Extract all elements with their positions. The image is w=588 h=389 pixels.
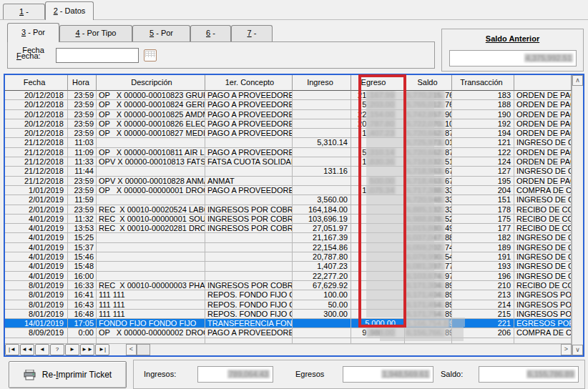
cell-concepto[interactable]: PAGO A PROVEEDORES <box>205 100 293 109</box>
cell-descripcion[interactable]: OP X 00000-00000001 DROG <box>97 186 205 195</box>
cell-concepto[interactable]: INGRESOS POR COBRANZAS <box>205 205 293 215</box>
cell-fecha[interactable]: 21/12/2018 <box>5 138 68 147</box>
cell-hora[interactable]: 11:59 <box>68 195 97 205</box>
hscroll-track[interactable] <box>150 344 561 355</box>
table-row[interactable]: 2/01/201911:593,560.005,720,948.33151ING… <box>5 195 572 205</box>
table-row[interactable]: 20/12/201823:59OP X 00000-00010825 AMDMP… <box>5 110 572 119</box>
cell-fecha[interactable]: 21/12/2018 <box>5 148 68 157</box>
cell-tipo[interactable]: INGRESO DE CI <box>514 138 572 147</box>
col-header-transaccion[interactable]: Transacción <box>452 75 514 91</box>
cell-tipo[interactable]: ORDEN DE PAG <box>514 157 572 167</box>
cell-transaccion[interactable]: 213 <box>452 290 514 300</box>
cell-descripcion[interactable]: REC X 00010-00020281 DROG <box>97 224 205 233</box>
cell-hora[interactable]: 23:59 <box>68 91 97 100</box>
cell-hora[interactable]: 11:32 <box>68 215 97 224</box>
cell-fecha[interactable]: 20/12/2018 <box>5 110 68 119</box>
col-header-ingreso[interactable]: Ingreso <box>293 75 351 91</box>
cell-concepto[interactable]: PAGO A PROVEEDORES <box>205 91 293 100</box>
cell-hora[interactable]: 15:46 <box>68 252 97 262</box>
cell-ingreso[interactable] <box>293 148 351 157</box>
cell-ingreso[interactable]: 67,629.92 <box>293 281 351 290</box>
cell-tipo[interactable]: INGRESOS POR <box>514 290 572 300</box>
cell-concepto[interactable] <box>205 138 293 147</box>
cell-ingreso[interactable]: 164,184.00 <box>293 205 351 215</box>
vertical-scrollbar[interactable]: ∧ ∨ <box>572 75 583 355</box>
cell-tipo[interactable]: INGRESO DE CI <box>514 272 572 281</box>
col-header-concepto[interactable]: 1er. Concepto <box>205 75 293 91</box>
hscroll-thumb[interactable] <box>137 344 150 355</box>
cell-concepto[interactable] <box>205 233 293 242</box>
table-row[interactable]: 2/01/201923:59REC X 00010-00020524 LABOI… <box>5 205 572 215</box>
cell-descripcion[interactable] <box>97 167 205 176</box>
cell-tipo[interactable]: INGRESO DE CI <box>514 195 572 205</box>
cell-transaccion[interactable]: 195 <box>452 177 514 186</box>
cell-tipo[interactable]: RECIBO DE COB <box>514 205 572 215</box>
cell-concepto[interactable]: PAGO A PROVEEDORES <box>205 186 293 195</box>
table-row[interactable]: 20/12/201823:59OP X 00000-00010826 ELECT… <box>5 119 572 129</box>
cell-descripcion[interactable]: OPV X 00000-00010813 FATS <box>97 157 205 167</box>
cell-descripcion[interactable]: 111 111 <box>97 310 205 319</box>
cell-descripcion[interactable]: OP X 00000-00010811 AIR LI <box>97 148 205 157</box>
cell-concepto[interactable]: PAGO A PROVEEDORES <box>205 119 293 129</box>
cell-transaccion[interactable]: 204 <box>452 186 514 195</box>
cell-fecha[interactable]: 21/12/2018 <box>5 167 68 176</box>
cell-descripcion[interactable] <box>97 338 205 343</box>
cell-hora[interactable]: 23:59 <box>68 110 97 119</box>
cell-transaccion[interactable]: 178 <box>452 205 514 215</box>
tab-por-fecha[interactable]: 3 - Por Fecha <box>7 23 59 42</box>
cell-concepto[interactable] <box>205 252 293 262</box>
cell-tipo[interactable]: INGRESO DE CI <box>514 252 572 262</box>
cell-hora[interactable]: 23:59 <box>68 119 97 129</box>
tab-ingreso[interactable]: 6 -Ingreso <box>190 25 231 41</box>
cell-hora[interactable]: 16:48 <box>68 310 97 319</box>
cell-hora[interactable] <box>68 338 97 343</box>
vscroll-up-icon[interactable]: ∧ <box>572 75 583 86</box>
cell-ingreso[interactable]: 22,277.20 <box>293 272 351 281</box>
cell-tipo[interactable] <box>514 338 572 343</box>
cell-fecha[interactable]: 20/12/2018 <box>5 91 68 100</box>
col-header-tipo[interactable] <box>514 75 572 91</box>
cell-hora[interactable]: 0:00 <box>68 328 97 338</box>
cell-tipo[interactable]: INGRESO DE CI <box>514 167 572 176</box>
cell-fecha[interactable]: 2/01/2019 <box>5 205 68 215</box>
table-row[interactable]: 4/01/201913:53REC X 00010-00020281 DROGI… <box>5 224 572 233</box>
cell-descripcion[interactable] <box>97 262 205 271</box>
cell-descripcion[interactable]: OP X 00000-00010827 MEDIC <box>97 129 205 138</box>
cell-tipo[interactable]: COMPRA DE CO <box>514 328 572 338</box>
cell-hora[interactable]: 11:03 <box>68 138 97 147</box>
cell-hora[interactable]: 11:33 <box>68 157 97 167</box>
table-row[interactable]: 4/01/201915:3722,154.866,059,202.74189IN… <box>5 243 572 252</box>
col-header-hora[interactable]: Hora <box>68 75 97 91</box>
cell-ingreso[interactable]: 1,407.23 <box>293 262 351 271</box>
cell-transaccion[interactable]: 193 <box>452 262 514 271</box>
prior-record-button[interactable]: ◄ <box>35 344 49 355</box>
cell-fecha[interactable]: 2/01/2019 <box>5 195 68 205</box>
table-row[interactable]: 20/12/201823:59OP X 00000-00010827 MEDIC… <box>5 129 572 138</box>
cell-concepto[interactable]: INGRESOS POR COBRANZAS <box>205 215 293 224</box>
table-row[interactable]: 8/01/201916:48111 111REPOS. FONDO FIJO C… <box>5 310 572 319</box>
cell-transaccion[interactable]: 182 <box>452 233 514 242</box>
cell-ingreso[interactable]: 20,787.80 <box>293 252 351 262</box>
tab-por-transac[interactable]: 5 - Por Transac. <box>132 25 190 41</box>
cell-fecha[interactable]: 21/12/2018 <box>5 157 68 167</box>
cell-fecha[interactable]: 4/01/2019 <box>5 224 68 233</box>
cell-descripcion[interactable]: 111 111 <box>97 290 205 300</box>
cell-tipo[interactable]: ORDEN DE PAG <box>514 100 572 109</box>
cell-tipo[interactable]: INGRESO DE CI <box>514 262 572 271</box>
cell-transaccion[interactable]: 192 <box>452 119 514 129</box>
table-row[interactable]: 4/01/201911:32REC X 00010-00000001 SOUEI… <box>5 215 572 224</box>
tab-por-tipo-movim[interactable]: 4 - Por Tipo Movim. <box>59 25 132 41</box>
cell-fecha[interactable]: 20/12/2018 <box>5 129 68 138</box>
cell-tipo[interactable]: RECIBO DE COB <box>514 215 572 224</box>
cell-concepto[interactable]: ANMAT <box>205 177 293 186</box>
cell-hora[interactable]: 11:09 <box>68 148 97 157</box>
table-row[interactable]: 21/12/201811:44131.165,718,963.67127INGR… <box>5 167 572 176</box>
cell-fecha[interactable] <box>5 338 68 343</box>
cell-transaccion[interactable]: 124 <box>452 157 514 167</box>
cell-descripcion[interactable] <box>97 233 205 242</box>
cell-descripcion[interactable]: FONDO FIJO FONDO FIJO <box>97 319 205 328</box>
cell-fecha[interactable]: 1/01/2019 <box>5 186 68 195</box>
table-row[interactable]: 8/09/20190:00OP X 00000-00000002 DROGPAG… <box>5 328 572 338</box>
table-row[interactable]: 21/12/201811:09OP X 00000-00010811 AIR L… <box>5 148 572 157</box>
first-record-button[interactable]: |◄ <box>5 344 19 355</box>
